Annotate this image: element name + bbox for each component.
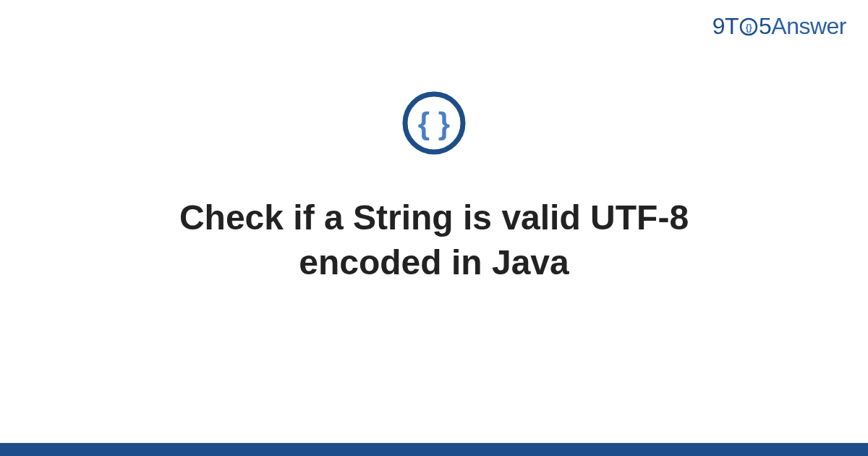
logo-answer: Answer [771,13,846,40]
bottom-accent-bar [0,443,868,456]
logo-nine: 9 [712,13,725,40]
main-content: { } Check if a String is valid UTF-8 enc… [0,90,868,286]
logo-t: T [725,13,739,40]
page-title: Check if a String is valid UTF-8 encoded… [72,195,796,286]
site-logo: 9 T {} 5 Answer [712,13,846,40]
code-braces-icon: { } [401,90,467,156]
svg-text:{}: {} [745,22,752,33]
logo-clock-icon: {} [739,17,758,36]
logo-five: 5 [759,13,771,40]
svg-text:{ }: { } [418,106,450,140]
